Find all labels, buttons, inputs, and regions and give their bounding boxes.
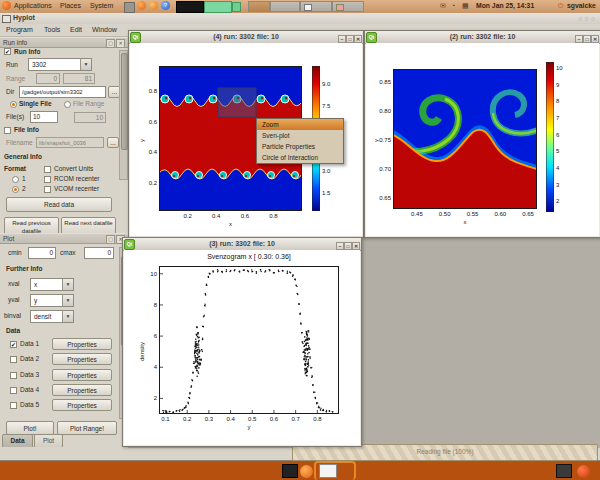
ubuntu-logo-icon[interactable] [2, 1, 11, 10]
run-dock-scrollbar[interactable] [119, 50, 128, 180]
plot-window-3[interactable]: Qt (3) run: 3302 file: 10 –□✕ Svenzogram… [122, 237, 362, 447]
minimize-icon[interactable]: – [338, 35, 346, 43]
close-icon[interactable]: ✕ [591, 35, 599, 43]
window-list-item[interactable] [270, 1, 300, 12]
filename-field[interactable]: lib/snapshot_0036 [36, 137, 104, 148]
format-1-radio[interactable] [12, 176, 19, 183]
plot-canvas[interactable]: Svenzogram x [ 0.30: 0.36] 0.10.20.30.40… [124, 250, 360, 445]
data-4-properties-button[interactable]: Properties [52, 384, 112, 396]
data-1-properties-button[interactable]: Properties [52, 338, 112, 350]
menu-item-zoom[interactable]: Zoom [257, 119, 343, 130]
vcom-checkbox[interactable] [44, 186, 51, 193]
format-2-radio[interactable] [12, 186, 19, 193]
maximize-icon[interactable]: □ [346, 35, 354, 43]
data-5-properties-button[interactable]: Properties [52, 399, 112, 411]
plot-range-button[interactable]: Plot Range! [57, 421, 117, 435]
firefox-icon[interactable] [300, 465, 313, 478]
menu-item-circle-of-interaction[interactable]: Circle of Interaction [257, 152, 343, 163]
window-list-item[interactable] [332, 1, 364, 12]
data-4-checkbox[interactable] [10, 387, 17, 394]
tab-data[interactable]: Data [2, 434, 33, 447]
files-field[interactable]: 10 [30, 111, 58, 123]
window-controls[interactable]: ○○○ [578, 15, 597, 22]
file-range-radio[interactable] [64, 101, 71, 108]
files-field-2[interactable]: 10 [74, 112, 106, 123]
small-thumbnail[interactable] [232, 2, 241, 12]
chevron-down-icon[interactable]: ▼ [62, 295, 73, 306]
svenzogram-scatter[interactable] [159, 266, 339, 414]
data-1-checkbox[interactable] [10, 341, 17, 348]
maximize-icon[interactable]: □ [583, 35, 591, 43]
applications-menu[interactable]: Applications [12, 0, 56, 9]
run-info-dock-header[interactable]: Run info ▢ ✕ [0, 37, 128, 48]
data-2-checkbox[interactable] [10, 356, 17, 363]
chevron-down-icon[interactable]: ▼ [80, 59, 91, 70]
close-icon[interactable]: ✕ [352, 242, 360, 250]
chevron-down-icon[interactable]: ▼ [62, 311, 73, 322]
close-icon[interactable]: ✕ [354, 35, 362, 43]
system-menu[interactable]: System [88, 0, 117, 9]
app-icon[interactable] [577, 465, 590, 478]
window-thumbnail-icon[interactable] [319, 464, 337, 478]
run-combobox[interactable]: 3302▼ [28, 58, 92, 71]
minimize-icon[interactable]: – [336, 242, 344, 250]
scatter-point [307, 371, 309, 373]
menu-edit[interactable]: Edit [66, 24, 88, 33]
tray-update-icon[interactable]: ◔ [451, 2, 455, 9]
cmax-field[interactable]: 0 [84, 247, 114, 259]
screenshot-icon[interactable] [124, 2, 135, 13]
tab-plot[interactable]: Plot [34, 434, 63, 447]
single-file-radio[interactable] [10, 101, 17, 108]
menu-program[interactable]: Program [2, 24, 39, 33]
app-icon[interactable] [556, 464, 572, 478]
plot-canvas[interactable]: 0.450.500.550.600.650.650.700.750.800.85… [366, 43, 599, 236]
firefox-icon[interactable] [137, 1, 146, 10]
range-min-field[interactable]: 0 [36, 73, 60, 84]
power-icon[interactable]: ⏻ [558, 2, 564, 10]
window-list-item[interactable] [300, 1, 332, 12]
run-info-checkbox[interactable] [4, 48, 11, 55]
terminal-icon[interactable] [282, 464, 298, 478]
terminal-thumbnail[interactable] [176, 1, 204, 13]
read-data-button[interactable]: Read data [6, 197, 112, 212]
clock[interactable]: Mon Jan 25, 14:31 [476, 2, 534, 9]
xval-combobox[interactable]: x▼ [30, 278, 74, 291]
file-info-checkbox[interactable] [4, 127, 11, 134]
dock-float-icon[interactable]: ▢ [106, 235, 115, 244]
dock-float-icon[interactable]: ▢ [106, 39, 115, 48]
kh-zoom-heatmap-image[interactable] [393, 69, 537, 209]
launcher-icon[interactable] [149, 1, 158, 10]
tray-mail-icon[interactable]: ✉ [440, 2, 446, 10]
data-2-properties-button[interactable]: Properties [52, 353, 112, 365]
user-menu[interactable]: sgvalcke [567, 2, 596, 9]
plot-window-2[interactable]: Qt (2) run: 3302 file: 10 –□✕ 0.450.500.… [364, 30, 600, 238]
chevron-down-icon[interactable]: ▼ [62, 279, 73, 290]
plot-button[interactable]: Plot! [6, 421, 54, 435]
cmin-field[interactable]: 0 [28, 247, 56, 259]
tray-network-icon[interactable]: ▦ [462, 2, 469, 10]
menu-window[interactable]: Window [88, 24, 123, 33]
binval-combobox[interactable]: densit▼ [30, 310, 74, 323]
plot-dock-header[interactable]: Plot ▢ ✕ [0, 233, 128, 244]
app-thumbnail[interactable] [204, 1, 232, 13]
help-icon[interactable]: ? [161, 1, 170, 10]
data-5-checkbox[interactable] [10, 402, 17, 409]
data-3-properties-button[interactable]: Properties [52, 369, 112, 381]
yval-combobox[interactable]: y▼ [30, 294, 74, 307]
dir-field[interactable]: /gadget/output/sim3302 [19, 86, 106, 98]
places-menu[interactable]: Places [58, 0, 85, 9]
convert-units-checkbox[interactable] [44, 166, 51, 173]
menu-item-particle-properties[interactable]: Particle Properties [257, 141, 343, 152]
rcom-checkbox[interactable] [44, 176, 51, 183]
minimize-icon[interactable]: – [575, 35, 583, 43]
window-list-item-active[interactable] [248, 1, 270, 12]
range-max-field[interactable]: 81 [63, 73, 95, 84]
scrollbar-thumb[interactable] [121, 53, 128, 150]
hyplot-titlebar[interactable]: Hyplot ○○○ [0, 13, 600, 24]
menu-item-sven-plot[interactable]: Sven-plot [257, 130, 343, 141]
data-3-checkbox[interactable] [10, 372, 17, 379]
menu-tools[interactable]: Tools [40, 24, 66, 33]
maximize-icon[interactable]: □ [344, 242, 352, 250]
dock-close-icon[interactable]: ✕ [116, 39, 125, 48]
filename-browse-button[interactable]: ... [107, 137, 119, 148]
